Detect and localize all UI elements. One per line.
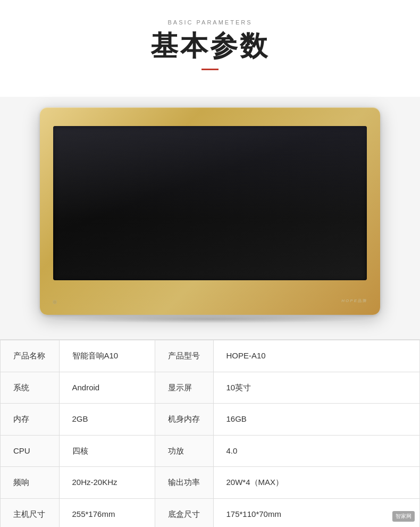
- header-section: BASIC PARAMETERS 基本参数: [0, 0, 420, 97]
- spec-value-right: 20W*4（MAX）: [213, 467, 419, 499]
- specs-section: 产品名称智能音响A10产品型号HOPE-A10系统Android显示屏10英寸内…: [0, 339, 420, 527]
- spec-value-left: 20Hz-20KHz: [59, 467, 155, 499]
- device-bottom-bar: HOPE品牌: [40, 289, 380, 315]
- device-indicator-dot: [53, 300, 57, 304]
- header-subtitle: BASIC PARAMETERS: [0, 19, 420, 26]
- table-row: 主机尺寸255*176mm底盒尺寸175*110*70mm: [1, 498, 419, 527]
- spec-label-left: 主机尺寸: [1, 498, 59, 527]
- spec-value-right: 16GB: [213, 404, 419, 436]
- spec-value-right: 175*110*70mm: [213, 498, 419, 527]
- spec-label-right: 显示屏: [155, 372, 213, 404]
- spec-label-left: 系统: [1, 372, 59, 404]
- spec-value-left: 四核: [59, 435, 155, 467]
- specs-table: 产品名称智能音响A10产品型号HOPE-A10系统Android显示屏10英寸内…: [1, 340, 419, 527]
- header-title: 基本参数: [0, 31, 420, 61]
- spec-label-right: 功放: [155, 435, 213, 467]
- device-brand-label: HOPE品牌: [341, 298, 367, 306]
- device-frame: HOPE品牌: [40, 107, 380, 315]
- spec-value-right: 10英寸: [213, 372, 419, 404]
- device-shadow: [45, 315, 375, 323]
- spec-value-right: HOPE-A10: [213, 340, 419, 372]
- spec-value-right: 4.0: [213, 435, 419, 467]
- table-row: CPU四核功放4.0: [1, 435, 419, 467]
- product-image-section: HOPE品牌: [0, 97, 420, 339]
- table-row: 频响20Hz-20KHz输出功率20W*4（MAX）: [1, 467, 419, 499]
- spec-label-left: 内存: [1, 404, 59, 436]
- spec-label-left: 产品名称: [1, 340, 59, 372]
- table-row: 产品名称智能音响A10产品型号HOPE-A10: [1, 340, 419, 372]
- spec-value-left: Android: [59, 372, 155, 404]
- spec-label-right: 产品型号: [155, 340, 213, 372]
- spec-label-left: CPU: [1, 435, 59, 467]
- spec-value-left: 2GB: [59, 404, 155, 436]
- device-wrapper: HOPE品牌: [40, 107, 380, 315]
- spec-label-left: 频响: [1, 467, 59, 499]
- spec-value-left: 智能音响A10: [59, 340, 155, 372]
- table-row: 内存2GB机身内存16GB: [1, 404, 419, 436]
- spec-label-right: 底盒尺寸: [155, 498, 213, 527]
- header-divider: [201, 69, 219, 70]
- table-row: 系统Android显示屏10英寸: [1, 372, 419, 404]
- device-screen: [53, 126, 367, 280]
- spec-label-right: 机身内存: [155, 404, 213, 436]
- specs-table-wrapper: 产品名称智能音响A10产品型号HOPE-A10系统Android显示屏10英寸内…: [0, 340, 420, 527]
- spec-value-left: 255*176mm: [59, 498, 155, 527]
- spec-label-right: 输出功率: [155, 467, 213, 499]
- watermark: 智家网: [392, 511, 415, 522]
